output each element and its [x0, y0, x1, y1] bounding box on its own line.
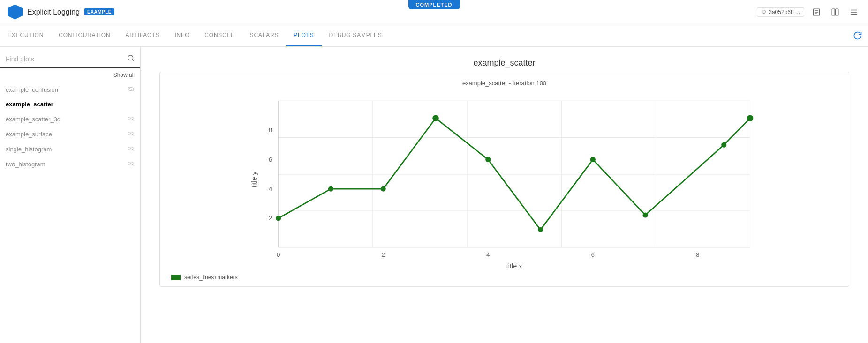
top-bar-right: ID 3a052b68 ...: [757, 6, 860, 19]
nav-tabs: EXECUTION CONFIGURATION ARTIFACTS INFO C…: [0, 24, 868, 47]
refresh-icon[interactable]: [851, 29, 864, 42]
data-point: [328, 186, 333, 192]
y-tick: 2: [269, 215, 272, 222]
eye-slash-icon: [127, 160, 135, 168]
y-tick: 6: [269, 156, 272, 163]
sidebar-item-label: example_confusion: [6, 86, 58, 93]
data-point: [538, 227, 543, 232]
chart-legend: series_lines+markers: [160, 268, 849, 286]
data-point: [432, 115, 438, 121]
eye-slash-icon: [127, 130, 135, 138]
eye-slash-icon: [127, 145, 135, 153]
task-id: ID 3a052b68 ...: [757, 7, 804, 17]
sidebar-item-label: example_surface: [6, 131, 52, 138]
x-tick: 4: [486, 251, 490, 258]
y-axis-label: title y: [250, 171, 258, 187]
search-input[interactable]: [6, 55, 127, 63]
sidebar: Show all example_confusion example_scatt…: [0, 47, 141, 343]
sidebar-item-example-scatter[interactable]: example_scatter: [0, 97, 140, 112]
menu-icon[interactable]: [847, 6, 860, 19]
id-label: ID: [761, 9, 766, 15]
top-bar: Explicit Logging EXAMPLE COMPLETED ID 3a…: [0, 0, 868, 24]
sidebar-item-example-confusion[interactable]: example_confusion: [0, 82, 140, 97]
id-value: 3a052b68 ...: [769, 9, 800, 15]
chart-area: example_scatter example_scatter - Iterat…: [141, 47, 868, 343]
chart-container: example_scatter - Iteration 100 .axis-te…: [159, 72, 849, 287]
example-badge: EXAMPLE: [84, 8, 114, 15]
app-title: Explicit Logging: [27, 8, 80, 16]
tab-artifacts[interactable]: ARTIFACTS: [118, 24, 167, 46]
data-point: [747, 115, 753, 121]
eye-slash-icon: [127, 86, 135, 93]
x-tick: 0: [277, 251, 280, 258]
y-tick: 8: [269, 127, 272, 134]
x-axis-label: title x: [506, 262, 523, 268]
svg-point-9: [128, 55, 133, 60]
data-point: [485, 157, 491, 162]
x-tick: 6: [591, 251, 595, 258]
chart-subtitle: example_scatter - Iteration 100: [160, 80, 849, 87]
x-tick: 2: [382, 251, 385, 258]
x-tick: 8: [696, 251, 699, 258]
sidebar-item-single-histogram[interactable]: single_histogram: [0, 142, 140, 157]
tab-debug-samples[interactable]: DEBUG SAMPLES: [322, 24, 390, 46]
tab-plots[interactable]: PLOTS: [286, 24, 321, 46]
svg-rect-4: [832, 9, 835, 15]
chart-svg: .axis-text { font: 12px Arial, sans-seri…: [188, 90, 830, 268]
sidebar-item-two-histogram[interactable]: two_histogram: [0, 157, 140, 172]
tab-console[interactable]: CONSOLE: [197, 24, 242, 46]
app-logo: [8, 5, 23, 20]
data-point: [721, 142, 726, 148]
legend-color: [171, 275, 181, 280]
y-tick: 4: [269, 186, 272, 193]
sidebar-item-example-scatter-3d[interactable]: example_scatter_3d: [0, 112, 140, 127]
svg-rect-5: [836, 9, 838, 15]
sidebar-item-example-surface[interactable]: example_surface: [0, 127, 140, 142]
search-icon: [127, 54, 135, 64]
sidebar-item-label: example_scatter_3d: [6, 116, 60, 123]
sidebar-item-label: single_histogram: [6, 146, 52, 153]
show-all-button[interactable]: Show all: [113, 72, 135, 78]
tab-execution[interactable]: EXECUTION: [0, 24, 51, 46]
data-point: [590, 157, 596, 162]
status-badge: COMPLETED: [408, 0, 460, 9]
chart-title: example_scatter: [159, 58, 849, 68]
tab-scalars[interactable]: SCALARS: [242, 24, 287, 46]
sidebar-item-label: two_histogram: [6, 161, 45, 168]
app-branding: Explicit Logging EXAMPLE: [8, 5, 114, 20]
notes-icon[interactable]: [810, 6, 823, 19]
layout-icon[interactable]: [829, 6, 842, 19]
data-point: [381, 186, 386, 192]
main-layout: Show all example_confusion example_scatt…: [0, 47, 868, 343]
chart-plot: .axis-text { font: 12px Arial, sans-seri…: [188, 90, 830, 268]
data-point: [643, 212, 648, 217]
sidebar-item-label: example_scatter: [6, 101, 53, 108]
tab-configuration[interactable]: CONFIGURATION: [51, 24, 118, 46]
tab-info[interactable]: INFO: [167, 24, 197, 46]
svg-line-10: [132, 60, 134, 61]
data-point: [276, 216, 281, 221]
legend-label: series_lines+markers: [184, 274, 238, 281]
search-container: [0, 52, 140, 68]
show-all-row: Show all: [0, 70, 140, 82]
eye-slash-icon: [127, 115, 135, 123]
